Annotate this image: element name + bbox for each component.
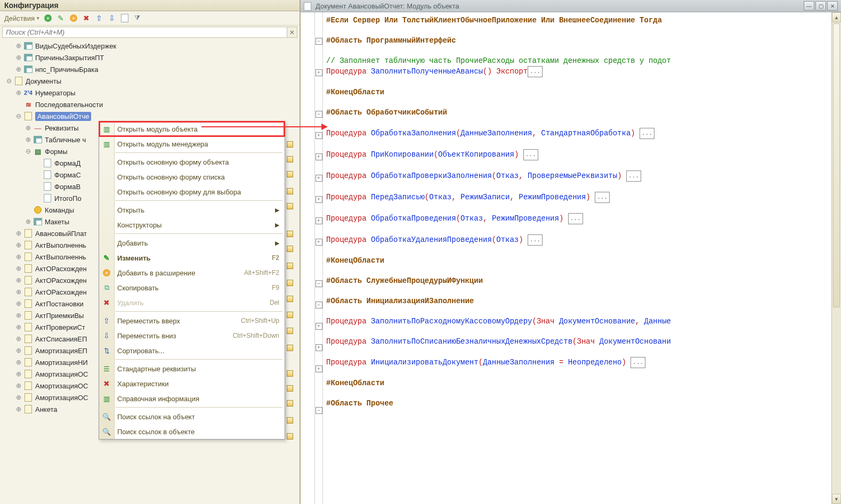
tree-expander[interactable]: ⊕	[15, 253, 22, 261]
context-menu[interactable]: ▥Открыть модуль объекта▥Открыть модуль м…	[99, 121, 285, 440]
fold-toggle[interactable]: +	[316, 132, 322, 139]
menu-item[interactable]: ☰Стандартные реквизиты	[99, 361, 285, 376]
menu-item[interactable]: 🔍Поиск ссылок в объекте	[99, 424, 285, 439]
tree-expander[interactable]: ⊕	[15, 359, 22, 366]
tree-expander[interactable]: ⊕	[15, 300, 22, 307]
tree-expander[interactable]	[34, 159, 42, 167]
fold-toggle[interactable]: −	[316, 302, 322, 308]
tree-expander[interactable]: ⊕	[15, 335, 22, 343]
fold-toggle[interactable]: +	[316, 323, 322, 330]
scroll-thumb[interactable]	[833, 23, 840, 307]
tree-expander[interactable]: ⊕	[15, 382, 22, 389]
fold-ellipsis[interactable]: ...	[523, 149, 538, 160]
tree-expander[interactable]: ⊕	[15, 89, 22, 96]
move-up-button[interactable]: ⇧	[94, 13, 104, 23]
menu-item[interactable]: Открыть▶	[99, 202, 285, 217]
fold-toggle[interactable]: +	[316, 365, 322, 372]
tree-item[interactable]: ⊕2³4Нумераторы	[0, 87, 300, 99]
tree-expander[interactable]: ⊕	[25, 124, 32, 132]
tree-expander[interactable]	[34, 171, 42, 178]
fold-toggle[interactable]: +	[316, 175, 322, 182]
menu-item[interactable]: ⇩Переместить внизCtrl+Shift+Down	[99, 328, 285, 343]
tree-item[interactable]: ⊖АвансовыйОтче	[0, 110, 300, 122]
fold-ellipsis[interactable]: ...	[630, 357, 645, 368]
fold-toggle[interactable]: +	[316, 217, 322, 224]
fold-toggle[interactable]: +	[316, 196, 322, 203]
menu-item[interactable]: Открыть основную форму списка	[99, 169, 285, 184]
tree-expander[interactable]: ⊕	[15, 405, 22, 413]
code-content[interactable]: #Если Сервер Или ТолстыйКлиентОбычноеПри…	[323, 12, 831, 504]
edit-button[interactable]: ✎	[55, 13, 66, 23]
tree-item[interactable]: ⊖Документы	[0, 75, 300, 87]
tree-expander[interactable]	[15, 101, 22, 108]
tree-expander[interactable]: ⊕	[15, 66, 22, 73]
menu-item[interactable]: Конструкторы▶	[99, 217, 285, 232]
menu-item[interactable]: +Добавить в расширениеAlt+Shift+F2	[99, 265, 285, 280]
menu-item[interactable]: 🔍Поиск ссылок на объект	[99, 409, 285, 424]
tree-expander[interactable]: ⊖	[15, 112, 22, 120]
fold-ellipsis[interactable]: ...	[595, 192, 610, 203]
search-input[interactable]	[2, 27, 287, 38]
minimize-button[interactable]: —	[804, 1, 814, 11]
fold-ellipsis[interactable]: ...	[568, 213, 583, 224]
fold-toggle[interactable]: −	[316, 407, 322, 414]
close-button[interactable]: ✕	[827, 1, 838, 11]
actions-menu[interactable]: Действия	[3, 14, 41, 22]
fold-ellipsis[interactable]: ...	[626, 170, 641, 182]
tree-expander[interactable]	[34, 183, 42, 190]
tree-expander[interactable]: ⊕	[15, 394, 22, 401]
scroll-up-button[interactable]: ▲	[832, 12, 841, 22]
tree-expander[interactable]: ⊕	[15, 277, 22, 284]
menu-item[interactable]: ⧉СкопироватьF9	[99, 280, 285, 295]
menu-item[interactable]: ⇧Переместить вверхCtrl+Shift+Up	[99, 313, 285, 328]
tree-expander[interactable]: ⊕	[15, 370, 22, 378]
tree-expander[interactable]: ⊖	[5, 77, 13, 85]
delete-button[interactable]: ✖	[81, 13, 92, 23]
fold-toggle[interactable]: +	[316, 153, 322, 160]
fold-toggle[interactable]: +	[316, 239, 322, 246]
menu-item[interactable]: ▥Справочная информация	[99, 391, 285, 406]
fold-toggle[interactable]: +	[316, 344, 322, 351]
tree-expander[interactable]: ⊕	[15, 347, 22, 354]
filter-button[interactable]: ⧩	[132, 13, 143, 23]
menu-item[interactable]: Открыть основную форму объекта	[99, 155, 285, 169]
tree-expander[interactable]: ⊕	[15, 265, 22, 272]
tree-expander[interactable]: ⊕	[15, 241, 22, 249]
maximize-button[interactable]: ▢	[815, 1, 826, 11]
tree-item[interactable]: ≋Последовательности	[0, 99, 300, 110]
menu-item[interactable]: ▥Открыть модуль менеджера	[99, 136, 285, 151]
tree-expander[interactable]: ⊕	[15, 323, 22, 331]
fold-toggle[interactable]: −	[316, 280, 322, 287]
fold-toggle[interactable]: −	[316, 38, 322, 45]
tree-expander[interactable]	[34, 194, 42, 202]
tree-expander[interactable]: ⊕	[25, 136, 32, 143]
fold-toggle[interactable]: −	[316, 111, 322, 118]
menu-item[interactable]: Открыть основную форму для выбора	[99, 184, 285, 199]
tree-item[interactable]: ⊕нпс_ПричиныБрака	[0, 63, 300, 75]
fold-ellipsis[interactable]: ...	[528, 66, 543, 77]
tree-expander[interactable]	[25, 206, 32, 214]
search-clear-button[interactable]: ✕	[287, 27, 297, 38]
tree-expander[interactable]: ⊕	[15, 54, 22, 61]
tree-expander[interactable]: ⊕	[15, 230, 22, 237]
menu-item[interactable]: ✎ИзменитьF2	[99, 250, 285, 265]
scroll-down-button[interactable]: ▼	[832, 494, 841, 504]
add-ext-button[interactable]: +	[68, 13, 79, 23]
vertical-scrollbar[interactable]: ▲ ▼	[831, 12, 841, 504]
fold-ellipsis[interactable]: ...	[640, 128, 654, 139]
fold-rail[interactable]: −+−++++++−−+++−	[315, 12, 323, 504]
tree-item[interactable]: ⊕ВидыСудебныхИздержек	[0, 40, 300, 52]
add-button[interactable]: +	[43, 13, 53, 23]
tree-expander[interactable]: ⊕	[25, 218, 32, 225]
menu-item[interactable]: ▥Открыть модуль объекта	[99, 121, 285, 136]
menu-item[interactable]: ⇅Сортировать...	[99, 343, 285, 358]
tree-item[interactable]: ⊕ПричиныЗакрытияПТ	[0, 52, 300, 63]
page-button[interactable]	[119, 13, 130, 23]
tree-expander[interactable]: ⊖	[25, 148, 32, 155]
fold-ellipsis[interactable]: ...	[528, 234, 543, 246]
tree-expander[interactable]: ⊕	[15, 312, 22, 319]
fold-toggle[interactable]: +	[316, 69, 322, 76]
menu-item[interactable]: ✖Характеристики	[99, 376, 285, 391]
tree-expander[interactable]: ⊕	[15, 288, 22, 296]
menu-item[interactable]: Добавить▶	[99, 235, 285, 250]
